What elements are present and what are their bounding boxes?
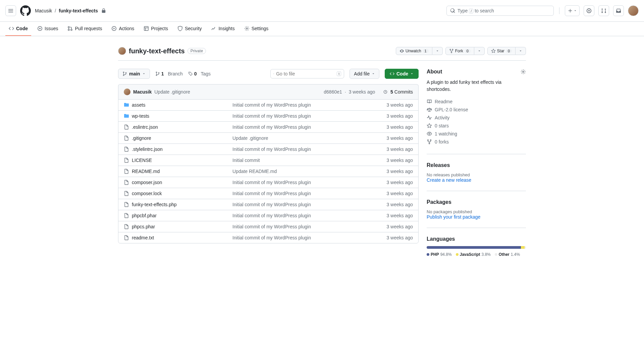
file-icon xyxy=(124,158,132,163)
watching-link[interactable]: 1 watching xyxy=(427,130,526,138)
commit-message-link[interactable]: Initial commit of my WordPress plugin xyxy=(232,147,373,152)
svg-point-20 xyxy=(523,71,524,72)
folder-icon xyxy=(124,113,132,119)
tab-projects[interactable]: Projects xyxy=(140,22,171,36)
commit-author[interactable]: Macusik xyxy=(133,89,152,95)
file-name-link[interactable]: .gitignore xyxy=(132,135,151,141)
add-file-button[interactable]: Add file xyxy=(350,69,379,79)
repo-owner-avatar[interactable] xyxy=(118,47,126,55)
file-time: 3 weeks ago xyxy=(373,135,413,141)
branch-selector[interactable]: main xyxy=(118,69,150,79)
language-segment[interactable] xyxy=(521,246,525,249)
forks-link[interactable]: 0 forks xyxy=(427,138,526,146)
language-item[interactable]: JavaScript 3.8% xyxy=(456,252,491,257)
file-name-link[interactable]: .eslintrc.json xyxy=(132,124,158,130)
tab-security[interactable]: Security xyxy=(174,22,205,36)
tab-insights[interactable]: Insights xyxy=(208,22,238,36)
table-row: assetsInitial commit of my WordPress plu… xyxy=(118,100,418,110)
tab-actions[interactable]: Actions xyxy=(108,22,138,36)
language-segment[interactable] xyxy=(525,246,526,249)
code-button[interactable]: Code xyxy=(385,69,419,79)
commit-message-link[interactable]: Initial commit of my WordPress plugin xyxy=(232,202,373,207)
file-name-link[interactable]: composer.lock xyxy=(132,191,162,196)
breadcrumb-owner[interactable]: Macusik xyxy=(35,8,52,13)
file-name-link[interactable]: phpcs.phar xyxy=(132,224,155,229)
search-icon xyxy=(450,8,455,13)
github-logo-icon[interactable] xyxy=(20,5,31,16)
inbox-icon xyxy=(616,8,621,13)
tab-settings[interactable]: Settings xyxy=(241,22,272,36)
license-link[interactable]: GPL-2.0 license xyxy=(427,106,526,114)
tab-issues[interactable]: Issues xyxy=(34,22,61,36)
commit-message-link[interactable]: Update .gitignore xyxy=(232,135,373,141)
publish-package-link[interactable]: Publish your first package xyxy=(427,214,480,220)
breadcrumb: Macusik / funky-text-effects xyxy=(35,8,106,13)
commit-message-link[interactable]: Initial commit of my WordPress plugin xyxy=(232,213,373,218)
commit-message-link[interactable]: Initial commit of my WordPress plugin xyxy=(232,235,373,240)
hamburger-menu-button[interactable] xyxy=(5,5,16,16)
table-row: composer.lockInitial commit of my WordPr… xyxy=(118,188,418,199)
add-dropdown-button[interactable] xyxy=(565,5,580,16)
commit-author-avatar[interactable] xyxy=(124,89,130,95)
commit-message-link[interactable]: Initial commit of my WordPress plugin xyxy=(232,102,373,108)
commits-link[interactable]: 5 Commits xyxy=(390,89,413,95)
file-name-link[interactable]: funky-text-effects.php xyxy=(132,202,177,207)
stars-link[interactable]: 0 stars xyxy=(427,122,526,130)
commit-message-link[interactable]: Initial commit of my WordPress plugin xyxy=(232,113,373,119)
law-icon xyxy=(427,107,432,112)
file-time: 3 weeks ago xyxy=(373,102,413,108)
file-name-link[interactable]: assets xyxy=(132,102,145,108)
fork-button-group[interactable]: Fork0 xyxy=(445,47,485,55)
commit-message-link[interactable]: Initial commit of my WordPress plugin xyxy=(232,180,373,185)
activity-link[interactable]: Activity xyxy=(427,114,526,122)
go-to-file-input[interactable]: t xyxy=(270,69,344,78)
commit-message-link[interactable]: Update README.md xyxy=(232,169,373,174)
file-name-link[interactable]: readme.txt xyxy=(132,235,154,240)
releases-heading[interactable]: Releases xyxy=(427,162,526,168)
unwatch-button-group[interactable]: Unwatch1 xyxy=(396,47,443,55)
commit-message-link[interactable]: Initial commit of my WordPress plugin xyxy=(232,191,373,196)
commit-sha[interactable]: d6860e1 xyxy=(324,89,342,95)
readme-link[interactable]: Readme xyxy=(427,98,526,106)
search-input[interactable]: Type / to search xyxy=(446,6,554,16)
star-icon xyxy=(427,123,432,128)
notifications-button[interactable] xyxy=(613,5,624,16)
table-row: .eslintrc.jsonInitial commit of my WordP… xyxy=(118,121,418,132)
language-segment[interactable] xyxy=(427,246,521,249)
gear-icon[interactable] xyxy=(521,69,526,74)
file-name-link[interactable]: composer.json xyxy=(132,180,162,185)
file-time: 3 weeks ago xyxy=(373,147,413,152)
file-name-link[interactable]: LICENSE xyxy=(132,158,152,163)
tags-link[interactable]: 0 Tags xyxy=(188,71,211,76)
packages-heading[interactable]: Packages xyxy=(427,199,526,205)
file-time: 3 weeks ago xyxy=(373,213,413,218)
breadcrumb-repo[interactable]: funky-text-effects xyxy=(59,8,98,13)
language-item[interactable]: PHP 94.8% xyxy=(427,252,452,257)
commit-message-link[interactable]: Initial commit of my WordPress plugin xyxy=(232,124,373,130)
svg-point-1 xyxy=(588,10,590,11)
language-item[interactable]: Other 1.4% xyxy=(495,252,520,257)
pull-request-icon xyxy=(601,8,606,13)
tab-pulls[interactable]: Pull requests xyxy=(64,22,105,36)
commit-message[interactable]: Update .gitignore xyxy=(154,89,190,95)
code-icon xyxy=(9,26,14,31)
packages-empty: No packages published xyxy=(427,209,526,214)
commit-message-link[interactable]: Initial commit xyxy=(232,158,373,163)
tab-code[interactable]: Code xyxy=(5,22,31,36)
file-name-link[interactable]: phpcbf.phar xyxy=(132,213,157,218)
issues-header-button[interactable] xyxy=(584,5,594,16)
file-icon xyxy=(124,213,132,218)
svg-point-6 xyxy=(71,29,72,31)
create-release-link[interactable]: Create a new release xyxy=(427,177,471,183)
star-button-group[interactable]: Star0 xyxy=(487,47,526,55)
file-name-link[interactable]: wp-tests xyxy=(132,113,149,119)
file-name-link[interactable]: .stylelintrc.json xyxy=(132,147,163,152)
commit-message-link[interactable]: Initial commit of my WordPress plugin xyxy=(232,224,373,229)
pulls-header-button[interactable] xyxy=(598,5,609,16)
branches-link[interactable]: 1 Branch xyxy=(155,71,183,76)
svg-rect-8 xyxy=(144,26,148,31)
user-avatar[interactable] xyxy=(628,5,639,16)
file-name-link[interactable]: README.md xyxy=(132,169,160,174)
lock-icon xyxy=(101,8,106,13)
file-time: 3 weeks ago xyxy=(373,158,413,163)
